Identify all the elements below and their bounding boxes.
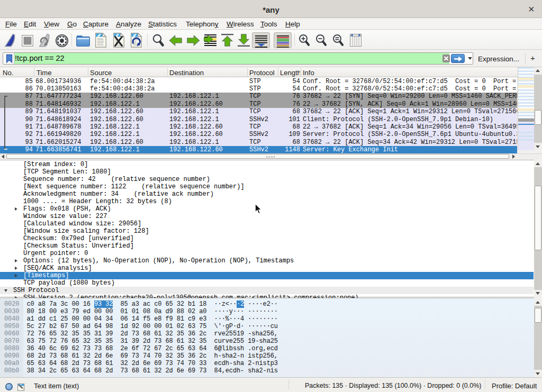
svg-text:0111: 0111 — [97, 43, 104, 46]
